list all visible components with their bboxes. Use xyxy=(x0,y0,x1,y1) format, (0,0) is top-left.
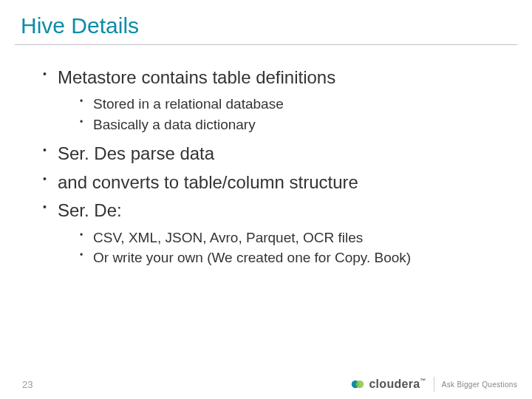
brand-name: cloudera™ xyxy=(369,378,426,391)
content-area: Metastore contains table definitions Sto… xyxy=(0,45,532,268)
sub-bullet-item: CSV, XML, JSON, Avro, Parquet, OCR files xyxy=(80,228,502,248)
slide-title: Hive Details xyxy=(0,0,532,43)
bullet-item: Metastore contains table definitions Sto… xyxy=(43,66,502,134)
slide: Hive Details Metastore contains table de… xyxy=(0,0,532,399)
brand-separator xyxy=(434,377,434,392)
brand-logo: cloudera™ xyxy=(351,378,426,391)
sub-bullet-list: CSV, XML, JSON, Avro, Parquet, OCR files… xyxy=(80,228,502,268)
sub-bullet-item: Stored in a relational database xyxy=(80,94,502,115)
bullet-text: Ser. De: xyxy=(58,200,122,220)
sub-bullet-list: Stored in a relational database Basicall… xyxy=(80,94,502,134)
bullet-item: Ser. De: CSV, XML, JSON, Avro, Parquet, … xyxy=(43,199,502,267)
bullet-list: Metastore contains table definitions Sto… xyxy=(43,66,502,268)
cloudera-logo-icon xyxy=(351,378,364,391)
page-number: 23 xyxy=(22,379,33,390)
svg-point-1 xyxy=(356,381,364,389)
footer: 23 cloudera™ Ask Bigger Questions xyxy=(0,369,532,399)
bullet-text: Metastore contains table definitions xyxy=(58,67,335,87)
bullet-item: and converts to table/column structure xyxy=(43,171,502,194)
bullet-item: Ser. Des parse data xyxy=(43,142,502,166)
sub-bullet-item: Basically a data dictionary xyxy=(80,115,502,135)
brand-tagline: Ask Bigger Questions xyxy=(442,381,517,389)
brand: cloudera™ Ask Bigger Questions xyxy=(351,377,517,392)
sub-bullet-item: Or write your own (We created one for Co… xyxy=(80,248,502,268)
